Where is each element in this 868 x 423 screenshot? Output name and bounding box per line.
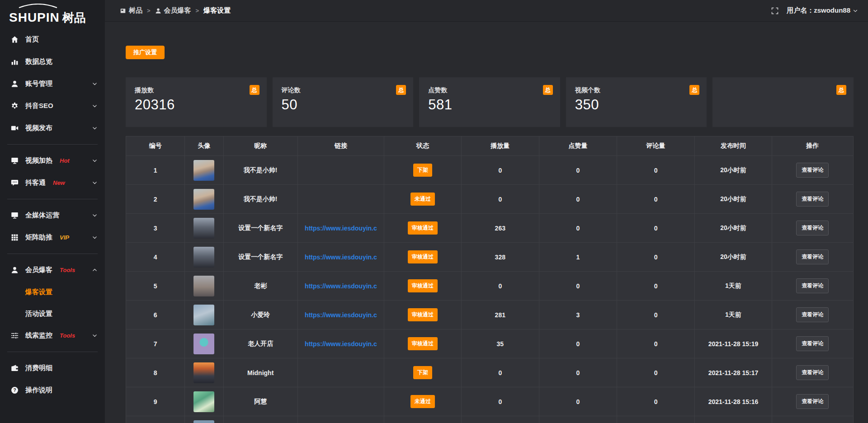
sidebar-item-all-media[interactable]: 全媒体运营 [0,204,105,226]
avatar-cell [185,387,223,416]
person-icon [11,266,19,274]
table-row: 4设置一个新名字https://www.iesdouyin.c审核通过32810… [126,243,854,272]
profile-link[interactable]: https://www.iesdouyin.c [305,254,377,261]
likes-cell [539,416,617,423]
breadcrumb: 树品>会员爆客>爆客设置 [120,6,231,15]
question-icon: ? [11,386,19,394]
records-table: 编号头像昵称链接状态播放量点赞量评论量发布时间操作 1我不是小帅!下架00020… [126,136,854,423]
promo-settings-button[interactable]: 推广设置 [126,46,165,59]
sidebar-item-douketong[interactable]: 抖客通New [0,172,105,194]
row-id-cell: 1 [126,156,185,185]
view-comments-button[interactable]: 查看评论 [796,249,829,264]
sidebar-item-video-publish[interactable]: 视频发布 [0,117,105,139]
column-header: 链接 [297,136,384,156]
nickname-cell: 小爱玲 [223,301,297,329]
link-cell: https://www.iesdouyin.c [297,301,384,329]
nickname-cell [223,416,297,423]
view-comments-button[interactable]: 查看评论 [796,365,829,380]
likes-cell: 0 [539,329,617,358]
main-area: 树品>会员爆客>爆客设置 用户名：zswodun88 推广设置 播放数20316… [105,0,868,423]
chevron-down-icon [92,125,98,131]
plays-cell: 0 [461,272,539,301]
plays-cell: 281 [461,301,539,329]
plays-cell [461,416,539,423]
breadcrumb-item-member-baoke[interactable]: 会员爆客 [155,6,191,15]
logo-text-cn: 树品 [62,12,86,24]
stat-card-comments: 评论数50总 [273,77,414,127]
plays-cell: 328 [461,243,539,272]
chevron-down-icon [92,235,98,240]
profile-link[interactable]: https://www.iesdouyin.c [305,282,377,290]
sidebar-item-data-overview[interactable]: 数据总览 [0,51,105,73]
sidebar-item-label: 矩阵助推 [25,233,52,242]
chevron-up-icon [92,267,98,273]
chevron-down-icon [92,81,98,87]
breadcrumb-label: 会员爆客 [164,6,191,15]
time-cell: 20小时前 [695,185,772,214]
comments-cell: 0 [617,214,695,243]
chevron-down-icon [92,212,98,218]
nickname-cell: 设置一个新名字 [223,214,297,243]
sliders-icon [11,332,19,339]
comments-cell: 0 [617,272,695,301]
status-badge: 未通过 [410,193,435,206]
status-cell: 审核通过 [384,243,462,272]
profile-link[interactable]: https://www.iesdouyin.c [305,225,377,232]
sidebar-item-clue-monitor[interactable]: 线索监控Tools [0,324,105,347]
view-comments-button[interactable]: 查看评论 [796,307,829,322]
avatar [193,160,214,181]
sidebar-subitem-activity-settings[interactable]: 活动设置 [0,303,105,324]
table-row: 2我不是小帅!未通过00020小时前查看评论 [126,185,854,214]
user-menu[interactable]: 用户名：zswodun88 [787,6,858,15]
sidebar-item-consume-detail[interactable]: 消费明细 [0,357,105,379]
chevron-down-icon [853,8,858,14]
fullscreen-icon[interactable] [771,7,778,14]
likes-cell: 0 [539,358,617,387]
view-comments-button[interactable]: 查看评论 [796,336,829,351]
stat-card-value: 350 [575,97,700,113]
avatar [193,276,214,296]
stat-card-plays: 播放数20316总 [126,77,267,127]
column-header: 评论量 [617,136,695,156]
table-row: 7老人开店https://www.iesdouyin.c审核通过35002021… [126,329,854,358]
chevron-down-icon [92,158,98,164]
status-cell: 未通过 [384,185,462,214]
sidebar-item-matrix-boost[interactable]: 矩阵助推VIP [0,226,105,249]
breadcrumb-label: 爆客设置 [203,6,231,15]
sidebar-item-douyin-seo[interactable]: 抖音SEO [0,95,105,117]
sidebar-item-label: 视频加热 [25,156,52,165]
view-comments-button[interactable]: 查看评论 [796,221,829,235]
sidebar-item-label: 消费明细 [25,364,52,372]
nickname-cell: 阿慧 [223,387,297,416]
profile-link[interactable]: https://www.iesdouyin.c [305,311,377,319]
time-cell: 1天前 [695,272,772,301]
grid-icon [11,234,19,241]
view-comments-button[interactable]: 查看评论 [796,163,829,178]
status-badge: 下架 [413,164,432,177]
view-comments-button[interactable]: 查看评论 [796,192,829,207]
sidebar: SHUPIN 树品 首页数据总览账号管理抖音SEO视频发布视频加热Hot抖客通N… [0,0,105,423]
plays-cell: 263 [461,214,539,243]
row-id-cell: 8 [126,358,185,387]
sidebar-item-member-baoke[interactable]: 会员爆客Tools [0,259,105,281]
breadcrumb-separator: > [196,7,199,14]
nickname-cell: 老人开店 [223,329,297,358]
sidebar-subitem-baoke-settings[interactable]: 爆客设置 [0,281,105,303]
stat-card-label: 播放数 [135,86,259,94]
row-id-cell [126,416,185,423]
sidebar-item-account-manage[interactable]: 账号管理 [0,73,105,95]
sidebar-item-label: 会员爆客 [25,266,52,274]
view-comments-button[interactable]: 查看评论 [796,278,829,293]
svg-text:?: ? [13,388,16,393]
stat-card-likes: 点赞数581总 [419,77,560,127]
breadcrumb-item-shupin[interactable]: 树品 [120,6,142,15]
table-header-row: 编号头像昵称链接状态播放量点赞量评论量发布时间操作 [126,136,854,156]
profile-link[interactable]: https://www.iesdouyin.c [305,340,377,348]
sidebar-item-video-heat[interactable]: 视频加热Hot [0,150,105,172]
avatar-cell [185,358,223,387]
sidebar-item-operation-guide[interactable]: ?操作说明 [0,379,105,401]
view-comments-button[interactable]: 查看评论 [796,394,829,409]
action-cell: 查看评论 [772,329,853,358]
sidebar-item-home[interactable]: 首页 [0,28,105,51]
chevron-down-icon [92,103,98,109]
